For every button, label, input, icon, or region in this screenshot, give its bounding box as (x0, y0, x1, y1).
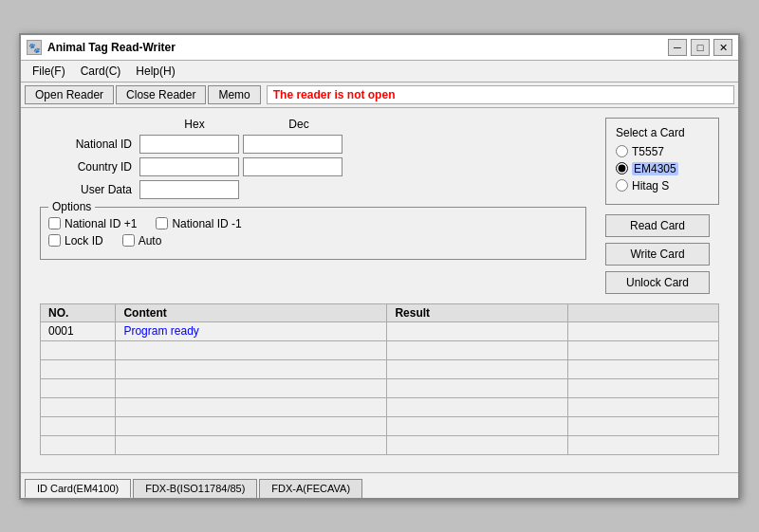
options-row-1: National ID +1 National ID -1 (48, 217, 578, 230)
log-table-header: NO. Content Result (41, 303, 719, 321)
fields-area: Hex Dec National ID Country ID U (40, 118, 586, 294)
lock-id-label: Lock ID (65, 234, 103, 248)
toolbar: Open Reader Close Reader Memo The reader… (21, 83, 738, 108)
tab-fdxb[interactable]: FDX-B(ISO11784/85) (133, 479, 257, 498)
em4305-radio[interactable] (616, 162, 628, 174)
log-table-body: 0001 Program ready (41, 321, 719, 454)
auto-checkbox[interactable] (122, 234, 135, 247)
reader-status: The reader is not open (267, 85, 734, 104)
app-icon: 🐾 (27, 40, 42, 55)
col-result: Result (387, 303, 568, 321)
hex-dec-headers: Hex Dec (142, 118, 586, 131)
hex-header: Hex (142, 118, 247, 131)
country-id-label: Country ID (40, 160, 139, 174)
auto-label: Auto (139, 234, 162, 248)
minimize-button[interactable]: ─ (668, 39, 687, 56)
menu-file[interactable]: File(F) (25, 63, 73, 80)
window-title: Animal Tag Read-Writer (47, 41, 176, 54)
title-bar-left: 🐾 Animal Tag Read-Writer (27, 40, 176, 55)
table-row (41, 359, 719, 378)
dec-header: Dec (247, 118, 351, 131)
hitags-radio-item: Hitag S (616, 179, 709, 193)
options-groupbox: Options National ID +1 National ID -1 (40, 207, 586, 260)
table-row (41, 397, 719, 416)
country-id-dec-input[interactable] (243, 157, 342, 176)
hitags-label: Hitag S (632, 179, 669, 193)
maximize-button[interactable]: □ (691, 39, 710, 56)
t5557-label: T5557 (632, 145, 664, 158)
country-id-hex-input[interactable] (139, 157, 239, 176)
write-card-button[interactable]: Write Card (605, 243, 710, 266)
t5557-radio-item: T5557 (616, 145, 709, 158)
tab-id-card[interactable]: ID Card(EM4100) (25, 479, 131, 498)
auto-option: Auto (122, 234, 162, 248)
national-id-plus1-option: National ID +1 (48, 217, 137, 230)
select-card-title: Select a Card (616, 126, 709, 139)
menu-help[interactable]: Help(H) (128, 63, 182, 80)
main-window: 🐾 Animal Tag Read-Writer ─ □ ✕ File(F) C… (19, 33, 740, 500)
user-data-hex-input[interactable] (139, 180, 239, 199)
select-card-box: Select a Card T5557 EM4305 Hitag S (605, 118, 719, 205)
read-card-button[interactable]: Read Card (605, 214, 710, 237)
bottom-tabs: ID Card(EM4100) FDX-B(ISO11784/85) FDX-A… (21, 472, 738, 498)
menu-bar: File(F) Card(C) Help(H) (21, 61, 738, 83)
card-buttons: Read Card Write Card Unlock Card (605, 214, 710, 294)
national-id-plus1-checkbox[interactable] (48, 217, 61, 229)
user-data-label: User Data (40, 183, 139, 196)
title-bar-controls: ─ □ ✕ (668, 39, 732, 56)
memo-button[interactable]: Memo (208, 85, 260, 104)
col-no: NO. (41, 303, 116, 321)
form-section: Hex Dec National ID Country ID U (40, 118, 719, 294)
national-id-plus1-label: National ID +1 (65, 217, 137, 230)
table-row (41, 378, 719, 397)
right-panel: Select a Card T5557 EM4305 Hitag S (605, 118, 719, 294)
national-id-minus1-label: National ID -1 (172, 217, 241, 230)
close-button[interactable]: ✕ (713, 39, 732, 56)
menu-card[interactable]: Card(C) (73, 63, 129, 80)
close-reader-button[interactable]: Close Reader (116, 85, 206, 104)
log-extra-cell (568, 321, 719, 340)
main-content: Hex Dec National ID Country ID U (21, 108, 738, 465)
hitags-radio[interactable] (616, 179, 628, 192)
lock-id-checkbox[interactable] (48, 234, 61, 247)
national-id-dec-input[interactable] (243, 135, 342, 154)
table-row (41, 416, 719, 435)
user-data-row: User Data (40, 180, 586, 199)
table-row (41, 435, 719, 454)
title-bar: 🐾 Animal Tag Read-Writer ─ □ ✕ (21, 35, 738, 61)
col-content: Content (116, 303, 387, 321)
country-id-row: Country ID (40, 157, 586, 176)
table-row: 0001 Program ready (41, 321, 719, 340)
unlock-card-button[interactable]: Unlock Card (605, 271, 710, 294)
national-id-row: National ID (40, 135, 586, 154)
em4305-label: EM4305 (632, 162, 678, 175)
log-content-cell: Program ready (116, 321, 387, 340)
options-legend: Options (48, 200, 95, 213)
options-row-2: Lock ID Auto (48, 234, 578, 248)
tab-fdxa[interactable]: FDX-A(FECAVA) (259, 479, 362, 498)
col-extra (568, 303, 719, 321)
table-row (41, 340, 719, 359)
national-id-hex-input[interactable] (139, 135, 239, 154)
open-reader-button[interactable]: Open Reader (25, 85, 114, 104)
national-id-label: National ID (40, 138, 139, 151)
lock-id-option: Lock ID (48, 234, 103, 248)
national-id-minus1-option: National ID -1 (156, 217, 241, 230)
t5557-radio[interactable] (616, 145, 628, 157)
log-result-cell (387, 321, 568, 340)
log-table: NO. Content Result 0001 Program ready (40, 303, 719, 455)
em4305-radio-item: EM4305 (616, 162, 709, 175)
log-no-cell: 0001 (41, 321, 116, 340)
national-id-minus1-checkbox[interactable] (156, 217, 168, 229)
